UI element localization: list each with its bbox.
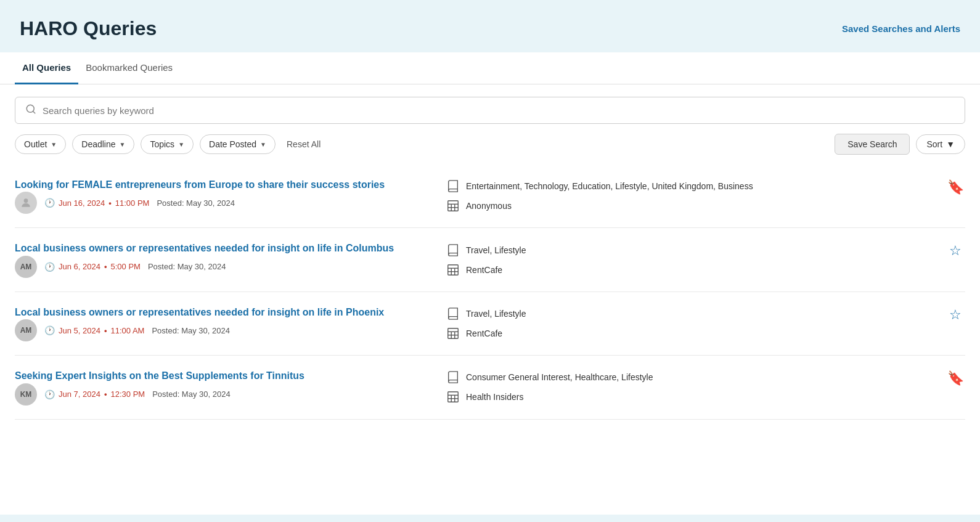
svg-rect-3 (448, 201, 459, 211)
building-icon-1 (446, 199, 460, 213)
deadline-chevron-icon: ▼ (120, 141, 126, 148)
outlet-text-1: Anonymous (466, 201, 512, 211)
outlet-row-4: Health Insiders (446, 390, 933, 404)
query-left-2: Local business owners or representatives… (15, 242, 397, 277)
avatar-4: KM (15, 383, 37, 406)
sort-button[interactable]: Sort ▼ (916, 134, 965, 154)
query-title-1[interactable]: Looking for FEMALE entrepreneurs from Eu… (15, 179, 385, 190)
query-right-3: Travel, Lifestyle RentCafe (409, 306, 933, 341)
book-icon-2 (446, 243, 460, 257)
categories-text-3: Travel, Lifestyle (466, 309, 526, 319)
query-meta-3: AM 🕐 Jun 5, 2024 • 11:00 AM Posted: May … (15, 319, 397, 341)
table-row: Local business owners or representatives… (15, 228, 965, 292)
clock-icon-4: 🕐 (44, 389, 55, 399)
tab-all-queries[interactable]: All Queries (15, 52, 78, 84)
svg-rect-8 (448, 264, 459, 275)
outlet-row-2: RentCafe (446, 263, 933, 277)
query-meta-2: AM 🕐 Jun 6, 2024 • 5:00 PM Posted: May 3… (15, 256, 397, 278)
search-icon (25, 104, 36, 117)
table-row: Seeking Expert Insights on the Best Supp… (15, 356, 965, 419)
search-bar (15, 97, 965, 124)
query-right-1: Entertainment, Technology, Education, Li… (409, 178, 933, 214)
main-content: All Queries Bookmarked Queries Outlet ▼ … (0, 52, 980, 515)
query-title-2[interactable]: Local business owners or representatives… (15, 243, 394, 253)
sort-chevron-icon: ▼ (946, 139, 955, 149)
avatar-1 (15, 192, 37, 214)
query-title-4[interactable]: Seeking Expert Insights on the Best Supp… (15, 370, 304, 381)
outlet-chevron-icon: ▼ (51, 141, 57, 148)
outlet-text-3: RentCafe (466, 328, 502, 338)
building-icon-3 (446, 327, 460, 340)
deadline-info-3: 🕐 Jun 5, 2024 • 11:00 AM (44, 325, 144, 335)
query-right-4: Consumer General Interest, Healthcare, L… (409, 369, 933, 405)
outlet-text-2: RentCafe (466, 265, 502, 275)
clock-icon-1: 🕐 (44, 198, 55, 208)
bookmark-icon-3[interactable]: ☆ (949, 307, 962, 323)
tab-bookmarked-queries[interactable]: Bookmarked Queries (78, 52, 180, 84)
avatar-2: AM (15, 256, 37, 278)
categories-row-2: Travel, Lifestyle (446, 243, 933, 257)
posted-info-1: Posted: May 30, 2024 (157, 198, 234, 208)
topics-filter[interactable]: Topics ▼ (141, 134, 194, 154)
categories-text-1: Entertainment, Technology, Education, Li… (466, 181, 753, 191)
bookmark-col-1: 🔖 (945, 178, 965, 214)
person-icon (20, 197, 32, 209)
page-header: HARO Queries Saved Searches and Alerts (0, 0, 980, 52)
categories-row-1: Entertainment, Technology, Education, Li… (446, 179, 933, 193)
query-right-2: Travel, Lifestyle RentCafe (409, 242, 933, 277)
save-search-button[interactable]: Save Search (835, 134, 910, 155)
tabs-container: All Queries Bookmarked Queries (0, 52, 980, 84)
avatar-3: AM (15, 319, 37, 341)
search-input[interactable] (43, 105, 955, 116)
svg-rect-13 (448, 328, 459, 339)
query-meta-1: 🕐 Jun 16, 2024 • 11:00 PM Posted: May 30… (15, 192, 397, 214)
query-left-1: Looking for FEMALE entrepreneurs from Eu… (15, 178, 397, 214)
outlet-text-4: Health Insiders (466, 392, 523, 402)
outlet-row-1: Anonymous (446, 199, 933, 213)
bookmark-col-2: ☆ (945, 242, 965, 277)
table-row: Looking for FEMALE entrepreneurs from Eu… (15, 165, 965, 228)
posted-info-2: Posted: May 30, 2024 (148, 262, 226, 271)
book-icon-1 (446, 179, 460, 193)
bookmark-col-3: ☆ (945, 306, 965, 341)
deadline-info-1: 🕐 Jun 16, 2024 • 11:00 PM (44, 198, 149, 208)
topics-chevron-icon: ▼ (178, 141, 184, 148)
reset-all-button[interactable]: Reset All (282, 135, 325, 153)
posted-info-3: Posted: May 30, 2024 (152, 326, 229, 335)
deadline-filter[interactable]: Deadline ▼ (72, 134, 134, 154)
bookmark-icon-4[interactable]: 🔖 (947, 370, 964, 386)
categories-row-3: Travel, Lifestyle (446, 307, 933, 320)
right-actions: Save Search Sort ▼ (835, 134, 965, 155)
building-icon-4 (446, 390, 460, 404)
categories-text-2: Travel, Lifestyle (466, 245, 526, 255)
posted-info-4: Posted: May 30, 2024 (152, 389, 230, 399)
date-posted-chevron-icon: ▼ (260, 141, 266, 148)
query-left-4: Seeking Expert Insights on the Best Supp… (15, 369, 397, 405)
categories-row-4: Consumer General Interest, Healthcare, L… (446, 370, 933, 384)
table-row: Local business owners or representatives… (15, 292, 965, 356)
search-section (0, 84, 980, 124)
svg-point-2 (24, 199, 28, 203)
queries-list: Looking for FEMALE entrepreneurs from Eu… (0, 165, 980, 420)
book-icon-4 (446, 370, 460, 384)
building-icon-2 (446, 263, 460, 277)
query-title-3[interactable]: Local business owners or representatives… (15, 307, 384, 317)
outlet-filter[interactable]: Outlet ▼ (15, 134, 66, 154)
query-meta-4: KM 🕐 Jun 7, 2024 • 12:30 PM Posted: May … (15, 383, 397, 406)
svg-rect-18 (448, 392, 459, 402)
categories-text-4: Consumer General Interest, Healthcare, L… (466, 372, 653, 382)
date-posted-filter[interactable]: Date Posted ▼ (200, 134, 276, 154)
clock-icon-2: 🕐 (44, 262, 55, 272)
svg-line-1 (33, 111, 35, 113)
bookmark-icon-2[interactable]: ☆ (949, 243, 962, 259)
bookmark-col-4: 🔖 (945, 369, 965, 405)
deadline-info-4: 🕐 Jun 7, 2024 • 12:30 PM (44, 389, 145, 399)
filters-row: Outlet ▼ Deadline ▼ Topics ▼ Date Posted… (0, 124, 980, 165)
saved-searches-link[interactable]: Saved Searches and Alerts (842, 23, 960, 34)
deadline-info-2: 🕐 Jun 6, 2024 • 5:00 PM (44, 262, 141, 272)
page-title: HARO Queries (20, 17, 157, 40)
query-left-3: Local business owners or representatives… (15, 306, 397, 341)
bookmark-icon-1[interactable]: 🔖 (947, 179, 964, 195)
book-icon-3 (446, 307, 460, 320)
clock-icon-3: 🕐 (44, 325, 55, 335)
